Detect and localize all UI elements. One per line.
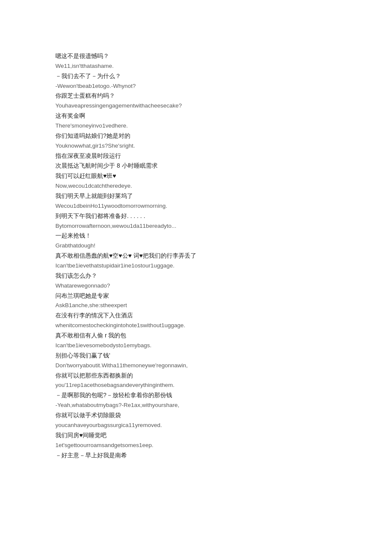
- text-line-24: 问布兰琪吧她是专家: [55, 291, 337, 301]
- text-line-38: 我们同房♥间睡觉吧: [55, 430, 337, 441]
- text-line-37: youcanhaveyourbagssurgica11yremoved.: [55, 421, 337, 430]
- text-line-10: 指在深夜至凌晨时段运行: [55, 151, 337, 161]
- text-line-18: 一起来抢钱！: [55, 231, 337, 241]
- text-line-26: 在没有行李的情况下入住酒店: [55, 311, 337, 321]
- text-line-6: 这有奖金啊: [55, 111, 337, 121]
- text-line-31: Don'tworryaboutit.Witha11themoneywe'rego…: [55, 361, 337, 371]
- text-line-36: 你就可以做手术切除眼袋: [55, 410, 337, 421]
- text-line-7: There'smoneyinvo1vedhere.: [55, 121, 337, 131]
- text-line-11: 次晨抵达飞航时间少于 8 小时睡眠需求: [55, 161, 337, 171]
- text-line-32: 你就可以把那些东西都换新的: [55, 371, 337, 381]
- text-line-2: －我们去不了－为什么？: [55, 71, 337, 81]
- text-line-30: 别担心等我们赢了钱': [55, 351, 337, 361]
- text-line-15: Wecou1dbeinHo11ywoodtomorrowmorning.: [55, 201, 337, 211]
- text-line-3: -Wewon'tbeab1etogo.-Whynot?: [55, 81, 337, 91]
- text-line-17: Bytomorrowafternoon,wewou1da11bereadyto.…: [55, 221, 337, 231]
- text-line-35: -Yeah,whataboutmybags?-Re1ax,withyoursha…: [55, 401, 337, 410]
- text-line-13: Now,wecou1dcatchtheredeye.: [55, 181, 337, 191]
- text-line-28: 真不敢相信有人偷 r 我的包: [55, 331, 337, 341]
- text-line-27: whenitcomestocheckingintohote1swithout1u…: [55, 321, 337, 331]
- text-line-4: 你跟芝士蛋糕有约吗？: [55, 91, 337, 101]
- text-line-8: 你们知道吗姑娘们?她是对的: [55, 131, 337, 141]
- text-line-39: 1et'sgettoourroamsandgetsomes1eep.: [55, 441, 337, 450]
- text-line-0: 嗯这不是很遗憾吗？: [55, 51, 337, 61]
- text-line-29: Ican'tbe1ievesomebodysto1emybags.: [55, 341, 337, 351]
- text-line-40: －好主意－早上好我是南希: [55, 450, 337, 461]
- text-line-23: Whatarewegonnado?: [55, 281, 337, 291]
- text-line-20: 真不敢相信愚蠢的航♥空♥公♥ 词♥把我们的行李弄丢了: [55, 251, 337, 261]
- text-line-34: －是啊那我的包呢?－放轻松拿着你的那份钱: [55, 390, 337, 401]
- text-line-9: Youknowwhat,gir1s?She'sright.: [55, 141, 337, 151]
- text-line-21: Ican'tbe1ievethatstupidair1ine1ostour1ug…: [55, 261, 337, 271]
- text-line-25: AskB1anche,she:stheexpert: [55, 301, 337, 311]
- text-line-14: 我们明天早上就能到好莱坞了: [55, 191, 337, 201]
- content-area: 嗯这不是很遗憾吗？We11,isn'tthatashame.－我们去不了－为什么…: [55, 51, 337, 460]
- text-line-16: 到明天下午我们都将准备好. . . . . .: [55, 211, 337, 221]
- text-line-19: Grabthatdough!: [55, 241, 337, 251]
- text-line-1: We11,isn'tthatashame.: [55, 61, 337, 71]
- text-line-33: you'11rep1acethosebagsandeverythinginthe…: [55, 381, 337, 390]
- text-line-22: 我们该怎么办？: [55, 271, 337, 281]
- text-line-12: 我们可以赶红眼航♥班♥: [55, 171, 337, 181]
- text-line-5: Youhaveapressingengagementwithacheesecak…: [55, 101, 337, 111]
